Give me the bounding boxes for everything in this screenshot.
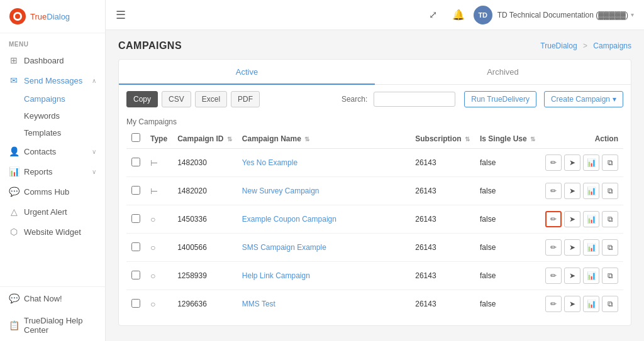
row-checkbox-4[interactable] xyxy=(131,271,140,279)
send-button-1[interactable]: ➤ xyxy=(564,183,580,199)
stats-button-3[interactable]: 📊 xyxy=(583,239,599,256)
copy-row-button-1[interactable]: ⧉ xyxy=(602,183,618,199)
run-truedelivery-button[interactable]: Run TrueDelivery xyxy=(464,91,536,107)
website-widget-icon: ⬡ xyxy=(9,227,19,237)
tab-active[interactable]: Active xyxy=(119,60,375,84)
send-button-2[interactable]: ➤ xyxy=(564,211,580,227)
stats-button-0[interactable]: 📊 xyxy=(583,154,599,171)
pdf-button[interactable]: PDF xyxy=(231,91,260,107)
campaign-name-2[interactable]: Example Coupon Campaign xyxy=(242,215,336,224)
topbar: ☰ ⤢ 🔔 TD TD Technical Documentation (▓▓▓… xyxy=(106,0,644,30)
campaign-name-3[interactable]: SMS Campaign Example xyxy=(242,243,326,252)
edit-button-4[interactable]: ✏ xyxy=(545,268,562,284)
edit-button-5[interactable]: ✏ xyxy=(545,296,562,312)
edit-button-2[interactable]: ✏ xyxy=(545,211,562,227)
campaign-id-1: 1482020 xyxy=(172,177,237,205)
action-buttons-0: ✏ ➤ 📊 ⧉ xyxy=(545,154,618,171)
edit-button-3[interactable]: ✏ xyxy=(545,239,562,256)
toolbar: Copy CSV Excel PDF Search: Run TrueDeliv… xyxy=(119,85,631,114)
menu-label: MENU xyxy=(0,33,105,50)
copy-row-button-4[interactable]: ⧉ xyxy=(602,268,618,284)
sidebar-item-urgent-alert[interactable]: △ Urgent Alert xyxy=(0,202,105,222)
expand-icon[interactable]: ⤢ xyxy=(423,5,443,25)
avatar: TD xyxy=(474,6,492,24)
hamburger-button[interactable]: ☰ xyxy=(116,8,126,22)
col-header-action: Action xyxy=(540,129,623,149)
campaign-name-4[interactable]: Help Link Campaign xyxy=(242,271,310,280)
row-checkbox-5[interactable] xyxy=(131,299,140,308)
campaign-id-3: 1400566 xyxy=(172,234,237,262)
row-checkbox-2[interactable] xyxy=(131,214,140,223)
row-checkbox-3[interactable] xyxy=(131,242,140,251)
excel-button[interactable]: Excel xyxy=(195,91,227,107)
comms-hub-icon: 💬 xyxy=(9,187,19,197)
help-center-icon: 📋 xyxy=(9,320,19,330)
send-button-4[interactable]: ➤ xyxy=(564,268,580,284)
create-campaign-button[interactable]: Create Campaign ▾ xyxy=(544,91,623,107)
subscription-3: 26143 xyxy=(410,234,475,262)
campaign-name-1[interactable]: New Survey Campaign xyxy=(242,187,319,195)
subscription-2: 26143 xyxy=(410,205,475,234)
table-row: ○ 1296636 MMS Test 26143 false ✏ ➤ 📊 ⧉ xyxy=(126,290,623,318)
tabs: Active Archived xyxy=(119,60,631,85)
campaign-name-5[interactable]: MMS Test xyxy=(242,300,275,308)
sidebar-item-send-messages[interactable]: ✉ Send Messages ∧ xyxy=(0,70,105,90)
table-row: ⊢ 1482030 Yes No Example 26143 false ✏ ➤… xyxy=(126,149,623,177)
copy-row-button-3[interactable]: ⧉ xyxy=(602,239,618,256)
edit-button-0[interactable]: ✏ xyxy=(545,154,562,171)
user-dropdown-arrow[interactable]: ▾ xyxy=(631,11,634,18)
row-checkbox-1[interactable] xyxy=(131,186,140,195)
sidebar-item-reports[interactable]: 📊 Reports ∨ xyxy=(0,161,105,181)
edit-button-1[interactable]: ✏ xyxy=(545,183,562,199)
search-input[interactable] xyxy=(374,92,455,107)
copy-row-button-5[interactable]: ⧉ xyxy=(602,296,618,312)
notification-icon[interactable]: 🔔 xyxy=(448,5,469,25)
sidebar-item-website-widget[interactable]: ⬡ Website Widget xyxy=(0,222,105,242)
tab-archived[interactable]: Archived xyxy=(375,60,631,84)
subscription-4: 26143 xyxy=(410,262,475,290)
campaign-id-5: 1296636 xyxy=(172,290,237,318)
stats-button-1[interactable]: 📊 xyxy=(583,183,599,199)
logo: TrueDialog xyxy=(0,0,105,33)
user-name[interactable]: TD Technical Documentation (▓▓▓▓▓) xyxy=(497,11,628,19)
type-icon-5: ○ xyxy=(150,299,155,309)
subscription-1: 26143 xyxy=(410,177,475,205)
send-messages-submenu: Campaigns Keywords Templates xyxy=(0,90,105,141)
sidebar-item-dashboard[interactable]: ⊞ Dashboard xyxy=(0,50,105,70)
row-checkbox-0[interactable] xyxy=(131,158,140,166)
sidebar-item-comms-hub[interactable]: 💬 Comms Hub xyxy=(0,181,105,202)
sidebar-item-contacts[interactable]: 👤 Contacts ∨ xyxy=(0,141,105,161)
table-body: ⊢ 1482030 Yes No Example 26143 false ✏ ➤… xyxy=(126,149,623,318)
sidebar: TrueDialog MENU ⊞ Dashboard ✉ Send Messa… xyxy=(0,0,106,341)
send-button-3[interactable]: ➤ xyxy=(564,239,580,256)
copy-button[interactable]: Copy xyxy=(126,91,158,107)
search-label: Search: xyxy=(341,95,367,104)
select-all-checkbox[interactable] xyxy=(131,133,140,142)
stats-button-5[interactable]: 📊 xyxy=(583,296,599,312)
breadcrumb-root[interactable]: TrueDialog xyxy=(540,41,577,50)
sidebar-item-campaigns[interactable]: Campaigns xyxy=(0,90,105,107)
send-button-0[interactable]: ➤ xyxy=(564,154,580,171)
send-button-5[interactable]: ➤ xyxy=(564,296,580,312)
csv-button[interactable]: CSV xyxy=(162,91,191,107)
action-buttons-2: ✏ ➤ 📊 ⧉ xyxy=(545,211,618,227)
expand-arrow-reports: ∨ xyxy=(92,168,96,175)
reports-icon: 📊 xyxy=(9,166,19,176)
sidebar-item-keywords[interactable]: Keywords xyxy=(0,107,105,124)
type-icon-2: ○ xyxy=(150,214,155,224)
stats-button-2[interactable]: 📊 xyxy=(583,211,599,227)
is-single-use-0: false xyxy=(475,149,540,177)
stats-button-4[interactable]: 📊 xyxy=(583,268,599,284)
campaign-name-0[interactable]: Yes No Example xyxy=(242,158,297,167)
col-header-campaign-name: Campaign Name ⇅ xyxy=(237,129,410,149)
create-campaign-arrow: ▾ xyxy=(613,95,616,104)
sidebar-chat-now[interactable]: 💬 Chat Now! xyxy=(0,287,105,310)
is-single-use-1: false xyxy=(475,177,540,205)
sidebar-bottom: 💬 Chat Now! 📋 TrueDialog Help Center xyxy=(0,286,105,341)
sidebar-help-center[interactable]: 📋 TrueDialog Help Center xyxy=(0,310,105,341)
copy-row-button-2[interactable]: ⧉ xyxy=(602,211,618,227)
expand-arrow-contacts: ∨ xyxy=(92,148,96,155)
table-row: ○ 1400566 SMS Campaign Example 26143 fal… xyxy=(126,234,623,262)
sidebar-item-templates[interactable]: Templates xyxy=(0,124,105,141)
copy-row-button-0[interactable]: ⧉ xyxy=(602,154,618,171)
